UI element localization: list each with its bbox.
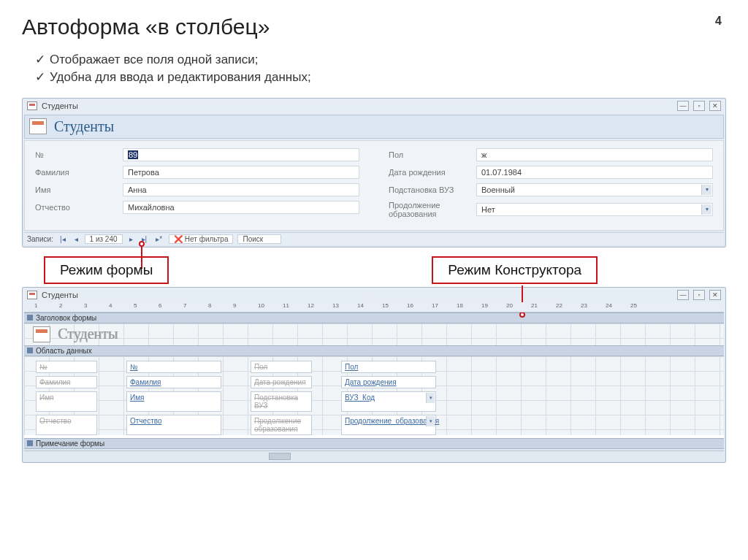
chevron-down-icon[interactable]: ▾ [426,416,435,426]
sex-input[interactable]: ж [476,148,713,161]
record-navigator: Записи: |◂ ◂ 1 из 240 ▸ ▸| ▸* ❌ Нет филь… [24,232,724,245]
nav-first-button[interactable]: |◂ [58,235,68,243]
minimize-button[interactable]: — [677,101,689,111]
num-input[interactable]: 89 [123,148,359,161]
bullet-item: Отображает все поля одной записи; [35,51,726,69]
design-label[interactable]: Фамилия [36,376,97,388]
form-header-title: Студенты [54,118,114,135]
design-header-surface[interactable]: Студенты [24,323,724,345]
restore-button[interactable]: ▫ [693,290,705,300]
design-field[interactable]: ВУЗ_Код▾ [341,391,436,412]
slide-number: 4 [715,15,722,28]
form-col-left: № 89 Фамилия Петрова Имя Анна Отчество М… [35,148,359,223]
design-label[interactable]: Имя [36,391,97,412]
callouts-row: Режим формы Режим Конструктора [44,256,726,284]
scrollbar-thumb[interactable] [269,453,291,460]
section-handle-icon [27,348,33,353]
form-view-window: Студенты — ▫ ✕ Студенты № 89 Фамилия Пет… [22,98,726,248]
form-header-title-design[interactable]: Студенты [58,326,118,342]
section-handle-icon [27,315,33,321]
design-detail-surface[interactable]: № № Пол Пол Фамилия Фамилия Дата рождени… [24,356,724,435]
form-header-icon[interactable] [33,326,50,342]
field-label: № [35,150,123,159]
chevron-down-icon[interactable]: ▾ [426,393,435,403]
nav-label: Записи: [27,235,53,243]
slide-title: Автоформа «в столбец» [22,15,726,39]
name-input[interactable]: Анна [123,183,359,196]
callout-form-mode: Режим формы [44,256,169,284]
close-button[interactable]: ✕ [709,290,721,300]
design-field[interactable]: Фамилия [126,376,221,388]
section-detail[interactable]: Область данных [24,345,724,356]
form-header-icon [29,118,47,134]
design-view-window: Студенты — ▫ ✕ 1234567891011121314151617… [22,287,726,463]
field-label: Фамилия [35,168,123,177]
horizontal-scrollbar[interactable] [24,450,724,461]
nav-prev-button[interactable]: ◂ [72,235,80,243]
design-field[interactable]: Продолжение_образования▾ [341,415,436,435]
chevron-down-icon[interactable]: ▾ [701,185,711,195]
nav-search[interactable]: Поиск [237,234,281,244]
dob-input[interactable]: 01.07.1984 [476,166,713,179]
field-label: Продолжение образования [389,201,476,218]
design-field[interactable]: Дата рождения [341,376,436,388]
design-label[interactable]: Дата рождения [251,376,312,388]
designer: 1234567891011121314151617181920212223242… [24,302,724,449]
vuz-combobox[interactable]: Военный▾ [476,183,713,196]
horizontal-ruler: 1234567891011121314151617181920212223242… [24,302,724,312]
chevron-down-icon[interactable]: ▾ [701,204,711,215]
design-label[interactable]: Продолжение образования [251,415,312,435]
design-label[interactable]: Отчество [36,415,97,435]
design-label[interactable]: Подстановка ВУЗ [251,391,312,412]
design-field[interactable]: № [126,361,221,373]
close-button[interactable]: ✕ [709,101,721,111]
bullet-item: Удобна для ввода и редактирования данных… [35,69,726,86]
minimize-button[interactable]: — [677,290,689,300]
section-form-header[interactable]: Заголовок формы [24,312,724,323]
field-label: Отчество [35,203,123,212]
nav-position[interactable]: 1 из 240 [85,234,123,244]
window-caption: Студенты [42,291,78,299]
nav-next-button[interactable]: ▸ [127,235,135,243]
surname-input[interactable]: Петрова [123,166,359,179]
form-icon [27,291,37,299]
titlebar: Студенты — ▫ ✕ [23,288,725,302]
section-form-footer[interactable]: Примечание формы [24,438,724,449]
design-label[interactable]: Пол [251,361,312,373]
form-icon [27,101,37,110]
field-label: Подстановка ВУЗ [389,185,476,194]
edu-combobox[interactable]: Нет▾ [476,203,713,216]
section-handle-icon [27,440,33,446]
field-label: Имя [35,185,123,194]
nav-new-button[interactable]: ▸* [153,235,164,243]
design-field[interactable]: Пол [341,361,436,373]
window-caption: Студенты [42,101,78,110]
design-field[interactable]: Имя [126,391,221,412]
callout-design-mode: Режим Конструктора [432,256,598,284]
bullet-list: Отображает все поля одной записи; Удобна… [22,51,726,86]
field-label: Пол [389,150,476,159]
design-label[interactable]: № [36,361,97,373]
design-field[interactable]: Отчество [126,415,221,435]
restore-button[interactable]: ▫ [693,101,705,111]
patronymic-input[interactable]: Михайловна [123,201,359,214]
titlebar: Студенты — ▫ ✕ [23,99,725,113]
form-col-right: Пол ж Дата рождения 01.07.1984 Подстанов… [389,148,713,223]
field-label: Дата рождения [389,168,476,177]
form-body: № 89 Фамилия Петрова Имя Анна Отчество М… [24,140,724,231]
form-header: Студенты [24,115,724,139]
nav-filter[interactable]: ❌ Нет фильтра [169,234,233,244]
